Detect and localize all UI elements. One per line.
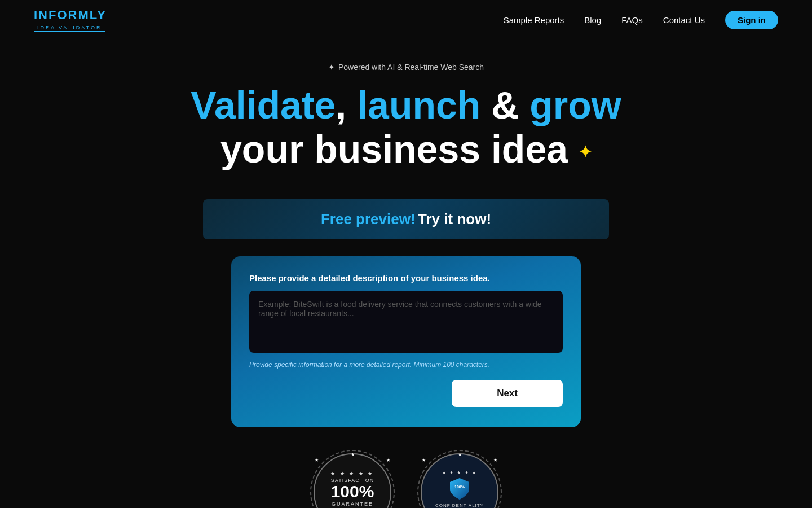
free-preview-label: Free preview! [321, 211, 416, 227]
signin-button[interactable]: Sign in [725, 11, 778, 29]
nav-sample-reports[interactable]: Sample Reports [504, 15, 564, 25]
nav-blog[interactable]: Blog [584, 15, 601, 25]
hero-title-grow: grow [529, 84, 621, 126]
svg-text:100%: 100% [454, 485, 465, 489]
logo-subtitle: IDEA VALIDATOR [34, 24, 105, 32]
hero-title-line2: your business idea [220, 128, 568, 170]
free-preview-bar: Free preview! Try it now! [203, 199, 609, 239]
try-now-text: Try it now! [418, 211, 491, 227]
navbar: INFORMLY IDEA VALIDATOR Sample Reports B… [0, 0, 812, 40]
logo-text: INFORMLY [34, 8, 107, 23]
logo-text-main: FORMLY [48, 8, 107, 22]
hero-comma: , [336, 84, 346, 126]
satisfaction-badge: ★ ★ ★ ★ ★ SATISFACTION 100% GUARANTEE 🌿 … [310, 450, 395, 508]
hero-section: ✦ Powered with AI & Real-time Web Search… [0, 40, 812, 182]
badges-section: ★ ★ ★ ★ ★ SATISFACTION 100% GUARANTEE 🌿 … [0, 450, 812, 508]
business-idea-input[interactable] [249, 291, 563, 353]
satisfaction-bottom: GUARANTEE [332, 501, 373, 507]
form-card: Please provide a detailed description of… [231, 256, 581, 427]
next-button[interactable]: Next [452, 380, 563, 407]
shield-icon: 100% [449, 477, 470, 501]
hero-title-launch: launch [357, 84, 480, 126]
nav-contact-us[interactable]: Contact Us [663, 15, 705, 25]
confidentiality-top: CONFIDENTIALITY [435, 503, 484, 508]
hero-title-and: & [491, 84, 519, 126]
sparkle-gold-icon: ✦ [579, 143, 592, 161]
powered-badge: ✦ Powered with AI & Real-time Web Search [328, 63, 484, 72]
logo: INFORMLY IDEA VALIDATOR [34, 8, 107, 32]
hero-title: Validate, launch & grow your business id… [11, 83, 801, 171]
powered-text: Powered with AI & Real-time Web Search [338, 63, 484, 72]
form-hint: Provide specific information for a more … [249, 361, 563, 369]
nav-links: Sample Reports Blog FAQs Contact Us Sign… [504, 11, 778, 29]
sparkle-icon: ✦ [328, 63, 335, 72]
hero-title-validate: Validate [191, 84, 336, 126]
form-description-label: Please provide a detailed description of… [249, 273, 563, 283]
nav-faqs[interactable]: FAQs [621, 15, 643, 25]
confidentiality-badge: ★ ★ ★ ★ ★ 100% CONFIDENTIALITY GUARANTEE… [417, 450, 502, 508]
satisfaction-percent: 100% [331, 483, 374, 500]
